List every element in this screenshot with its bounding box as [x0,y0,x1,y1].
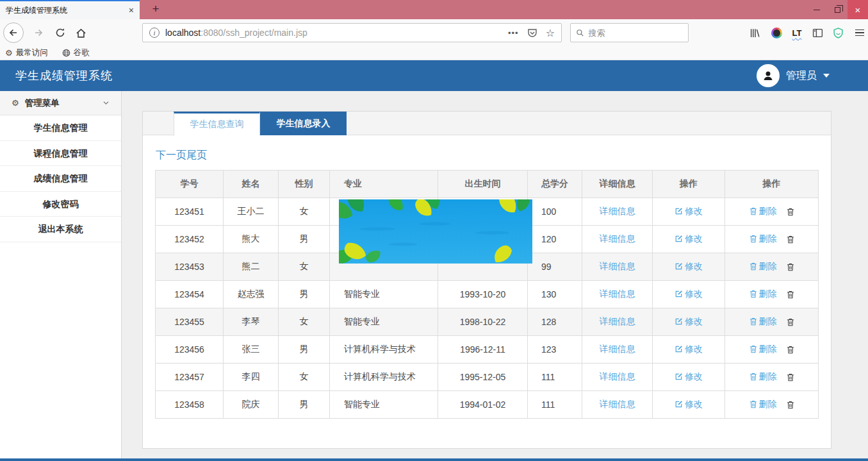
sidebar-menu-item[interactable]: 学生信息管理 [0,115,121,141]
edit-link[interactable]: 修改 [675,289,703,299]
bookmark-google[interactable]: 谷歌 [62,47,90,58]
bookmark-most-visited[interactable]: ⚙ 最常访问 [5,47,48,58]
table-row: 123455 李琴 女 智能专业 1998-10-22 128 详细信息 修改 … [156,308,819,336]
search-icon [576,28,584,37]
trash-icon-button[interactable] [787,373,794,383]
delete-link[interactable]: 删除 [749,399,777,409]
column-header: 性别 [279,171,330,198]
edit-link[interactable]: 修改 [675,233,703,244]
library-button[interactable] [747,25,762,40]
search-input[interactable] [588,28,683,38]
sidebar-menu-item[interactable]: 修改密码 [0,192,121,217]
edit-link[interactable]: 修改 [675,206,703,216]
edit-link[interactable]: 修改 [675,261,703,271]
home-button[interactable] [70,22,91,43]
delete-link[interactable]: 删除 [749,316,777,326]
sidebar-toggle-button[interactable] [810,25,825,40]
trash-icon-button[interactable] [787,346,794,356]
shield-icon [833,28,844,38]
detail-link[interactable]: 详细信息 [600,344,635,354]
detail-link[interactable]: 详细信息 [600,371,635,381]
tab-student-query[interactable]: 学生信息查询 [174,112,260,136]
sidebar-item-label: 学生信息管理 [34,122,88,133]
cell-credits: 120 [528,226,582,253]
next-page-link[interactable]: 下一页 [156,149,186,160]
trash-icon-button[interactable] [787,235,794,246]
table-row: 123454 赵志强 男 智能专业 1993-10-20 130 详细信息 修改… [156,281,819,308]
browser-menu-button[interactable] [852,25,867,40]
edit-icon [675,262,683,272]
delete-link[interactable]: 删除 [749,344,777,354]
cell-gender: 男 [279,336,330,364]
browser-tab[interactable]: 学生成绩管理系统 × [0,0,140,19]
gear-icon: ⚙ [5,49,13,57]
url-text[interactable]: localhost:8080/ssh_project/main.jsp [165,28,502,38]
chevron-down-icon [102,99,110,106]
window-restore-button[interactable] [827,0,848,19]
sidebar-item-label: 退出本系统 [38,224,83,234]
sidebar: ⚙ 管理菜单 学生信息管理 课程信息管理 成绩信息管理 修改密码 退出本系统 [0,91,122,461]
tab-student-entry[interactable]: 学生信息录入 [260,112,347,135]
forward-button[interactable] [28,22,49,43]
edit-link[interactable]: 修改 [675,316,703,326]
detail-link[interactable]: 详细信息 [600,316,635,326]
extension-sphere-button[interactable] [769,25,784,40]
window-close-button[interactable]: × [848,0,868,19]
url-bar[interactable]: i localhost:8080/ssh_project/main.jsp ••… [142,23,562,42]
trash-icon-button[interactable] [787,401,794,411]
languagetool-button[interactable]: LT [789,25,805,40]
tab-close-icon[interactable]: × [129,6,134,15]
new-tab-button[interactable]: + [147,0,164,19]
trash-icon [749,317,757,328]
search-bar[interactable] [570,23,689,42]
trash-icon-button[interactable] [787,290,794,301]
column-header: 学号 [156,171,224,198]
column-header: 姓名 [224,171,279,198]
site-info-icon[interactable]: i [149,28,160,38]
detail-link[interactable]: 详细信息 [600,261,635,271]
trash-icon-button[interactable] [787,318,794,328]
detail-link[interactable]: 详细信息 [600,289,635,299]
delete-link[interactable]: 删除 [749,206,777,216]
edit-link[interactable]: 修改 [675,399,703,409]
sidebar-header-menu[interactable]: ⚙ 管理菜单 [0,91,121,115]
edit-link[interactable]: 修改 [675,371,703,381]
sidebar-menu-item[interactable]: 成绩信息管理 [0,166,121,192]
edit-link[interactable]: 修改 [675,344,703,354]
delete-link[interactable]: 删除 [749,261,777,271]
bookmark-star-icon[interactable]: ☆ [546,27,555,39]
delete-link[interactable]: 删除 [749,233,777,244]
detail-link[interactable]: 详细信息 [600,399,635,409]
home-icon [76,28,86,38]
pocket-icon[interactable] [527,28,537,38]
main-content: 学生信息查询 学生信息录入 下一页尾页 学号 姓名 性别 专业 出生时间 总学分… [122,91,868,461]
detail-link[interactable]: 详细信息 [600,233,635,244]
privacy-extension-button[interactable] [830,25,846,40]
delete-link[interactable]: 删除 [749,289,777,299]
cell-birthdate: 1993-10-20 [438,281,528,308]
gear-icon: ⚙ [12,99,19,107]
sidebar-menu-item[interactable]: 课程信息管理 [0,141,121,167]
back-button[interactable] [3,22,24,43]
detail-link[interactable]: 详细信息 [600,206,635,216]
chevron-down-icon [823,74,830,78]
cell-student-id: 123458 [156,391,224,419]
browser-tab-title: 学生成绩管理系统 [6,5,129,16]
cell-student-id: 123453 [156,253,224,281]
last-page-link[interactable]: 尾页 [186,149,207,160]
cell-student-id: 123452 [156,226,224,253]
user-menu[interactable]: 管理员 [757,64,853,87]
cell-gender: 男 [279,391,330,419]
trash-icon-button[interactable] [787,208,794,218]
window-minimize-button[interactable] [807,0,827,19]
browser-toolbar: i localhost:8080/ssh_project/main.jsp ••… [0,19,868,46]
sidebar-menu-item[interactable]: 退出本系统 [0,217,121,242]
page-actions-icon[interactable]: ••• [508,28,519,38]
trash-icon [749,290,757,300]
cell-student-id: 123454 [156,281,224,308]
delete-link[interactable]: 删除 [749,371,777,381]
trash-icon-button[interactable] [787,263,794,273]
minimize-icon [814,10,820,10]
refresh-button[interactable] [50,22,70,43]
cell-credits: 111 [528,364,582,391]
